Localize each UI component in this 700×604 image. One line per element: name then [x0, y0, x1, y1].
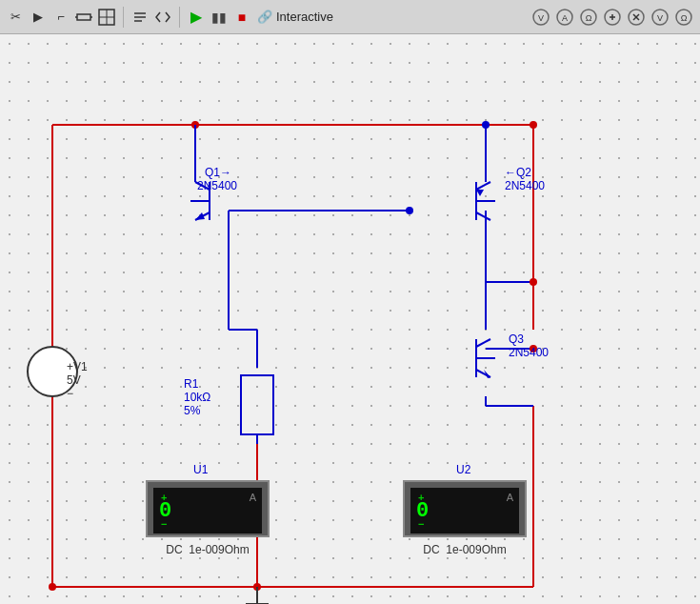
svg-marker-37 — [195, 212, 205, 220]
meter-u2-minus: − — [418, 518, 424, 530]
toolbar-right: V A Ω V Ω — [530, 7, 694, 28]
cross-circle-icon[interactable] — [626, 7, 647, 28]
svg-point-26 — [530, 121, 537, 129]
q1-label: Q1→ 2N5400 — [205, 166, 237, 192]
meter-u1-unit: A — [250, 492, 256, 503]
svg-rect-0 — [77, 14, 90, 20]
script-icon[interactable] — [153, 8, 172, 27]
v1-label: +V1 5V − — [67, 360, 88, 400]
ohm-icon-2[interactable]: Ω — [673, 7, 694, 28]
u2-label: U2 — [456, 463, 470, 476]
ohm-icon[interactable]: Ω — [578, 7, 599, 28]
svg-text:A: A — [562, 13, 568, 23]
meter-u2-unit: A — [507, 492, 513, 503]
svg-point-27 — [49, 583, 56, 591]
svg-point-30 — [482, 121, 490, 129]
meter-u2-info: DC 1e-009Ohm — [403, 543, 527, 556]
a-icon[interactable]: A — [554, 7, 575, 28]
table-icon[interactable] — [97, 8, 116, 27]
wire-icon[interactable]: ⌐ — [51, 8, 70, 27]
v-icon-1[interactable]: V — [530, 7, 551, 28]
svg-line-39 — [476, 182, 490, 190]
u1-label: U1 — [193, 463, 208, 476]
meter-u1-info: DC 1e-009Ohm — [146, 543, 270, 556]
play-button[interactable]: ▶ — [187, 8, 206, 27]
q3-label: Q3 2N5400 — [509, 332, 549, 359]
circuit-canvas[interactable]: Q1→ 2N5400 ←Q2 2N5400 Q3 2N5400 R1 10kΩ … — [0, 34, 700, 604]
svg-line-40 — [476, 212, 490, 220]
r1-label: R1 10kΩ 5% — [184, 377, 210, 417]
separator-1 — [123, 7, 124, 28]
interactive-section: 🔗 Interactive — [257, 10, 333, 24]
select-icon[interactable]: ▶ — [29, 8, 48, 27]
link-icon: 🔗 — [257, 10, 272, 24]
svg-point-29 — [406, 207, 413, 214]
stop-button[interactable]: ■ — [232, 8, 251, 27]
interactive-label: Interactive — [276, 10, 333, 24]
component-icon[interactable] — [74, 8, 93, 27]
meter-u1-plus: + — [161, 492, 167, 503]
q2-label: ←Q2 2N5400 — [505, 166, 545, 192]
meter-u2: + 0 A − — [403, 480, 527, 537]
svg-text:V: V — [657, 13, 663, 23]
pause-button[interactable]: ▮▮ — [210, 8, 229, 27]
circuit-diagram — [0, 34, 700, 604]
v-icon-2[interactable]: V — [650, 7, 670, 28]
toolbar: ✂ ▶ ⌐ ▶ ▮▮ ■ 🔗 Interactive V A Ω — [0, 0, 700, 34]
svg-text:Ω: Ω — [586, 13, 592, 23]
cut-icon[interactable]: ✂ — [6, 8, 25, 27]
svg-marker-42 — [476, 190, 484, 196]
meter-u1-minus: − — [161, 518, 167, 530]
separator-2 — [179, 7, 180, 28]
svg-line-44 — [476, 339, 490, 347]
svg-text:V: V — [538, 13, 544, 23]
plus-circle-icon[interactable] — [602, 7, 623, 28]
meter-u2-plus: + — [418, 492, 424, 503]
meter-u1-display: + 0 A − — [153, 488, 262, 534]
svg-text:Ω: Ω — [681, 13, 688, 23]
meter-u1: + 0 A − — [146, 480, 270, 537]
format-icon[interactable] — [130, 8, 150, 27]
svg-rect-48 — [241, 375, 273, 434]
meter-u2-display: + 0 A − — [410, 488, 519, 534]
